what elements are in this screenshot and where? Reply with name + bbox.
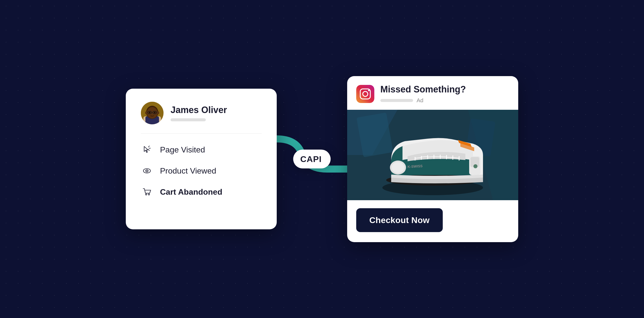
svg-point-13: [145, 111, 147, 114]
svg-point-31: [368, 90, 370, 91]
main-layout: James Oliver Page Visited: [0, 0, 644, 318]
connector-area: M CAPI: [277, 109, 347, 209]
user-subtitle-bar: [171, 118, 206, 121]
user-profile: James Oliver: [141, 102, 262, 134]
events-list: Page Visited Product Viewed: [141, 144, 262, 198]
event-label: Page Visited: [160, 145, 205, 154]
svg-point-11: [149, 112, 150, 113]
ig-ad-title: Missed Something?: [380, 84, 466, 95]
ig-ad-badge: Ad: [417, 97, 423, 104]
svg-point-5: [147, 107, 157, 119]
list-item: Page Visited: [141, 144, 262, 156]
ig-header: Missed Something? Ad: [347, 76, 518, 110]
eye-icon: [141, 165, 153, 177]
list-item: Cart Abandoned: [141, 186, 262, 198]
svg-point-21: [146, 194, 147, 195]
svg-line-49: [428, 157, 434, 157]
svg-line-15: [148, 146, 149, 147]
cart-icon: [141, 186, 153, 198]
svg-point-59: [473, 164, 477, 168]
svg-text:K-SWISS: K-SWISS: [408, 164, 423, 169]
svg-rect-28: [356, 85, 374, 103]
svg-point-14: [157, 111, 159, 114]
user-name: James Oliver: [171, 105, 227, 115]
capi-badge: M CAPI: [293, 150, 331, 169]
ig-header-text: Missed Something? Ad: [380, 84, 466, 104]
capi-label: CAPI: [300, 154, 321, 164]
ig-subtitle-row: Ad: [380, 97, 466, 104]
user-info: James Oliver: [171, 105, 227, 121]
svg-line-51: [440, 157, 447, 157]
ig-name-bar: [380, 99, 413, 102]
user-event-card: James Oliver Page Visited: [126, 89, 277, 229]
svg-point-22: [148, 194, 150, 195]
product-image: K-SWISS: [347, 110, 518, 200]
list-item: Product Viewed: [141, 165, 262, 177]
svg-line-17: [148, 149, 149, 150]
avatar: [141, 102, 164, 124]
instagram-ad-card: Missed Something? Ad: [347, 76, 518, 242]
svg-line-52: [447, 157, 453, 157]
cursor-icon: [141, 144, 153, 156]
ig-footer: Checkout Now: [347, 200, 518, 242]
event-label: Product Viewed: [160, 166, 216, 176]
svg-point-12: [154, 112, 155, 113]
svg-point-20: [146, 170, 147, 171]
svg-point-56: [392, 162, 404, 173]
checkout-now-button[interactable]: Checkout Now: [356, 208, 443, 232]
event-label: Cart Abandoned: [160, 187, 222, 197]
